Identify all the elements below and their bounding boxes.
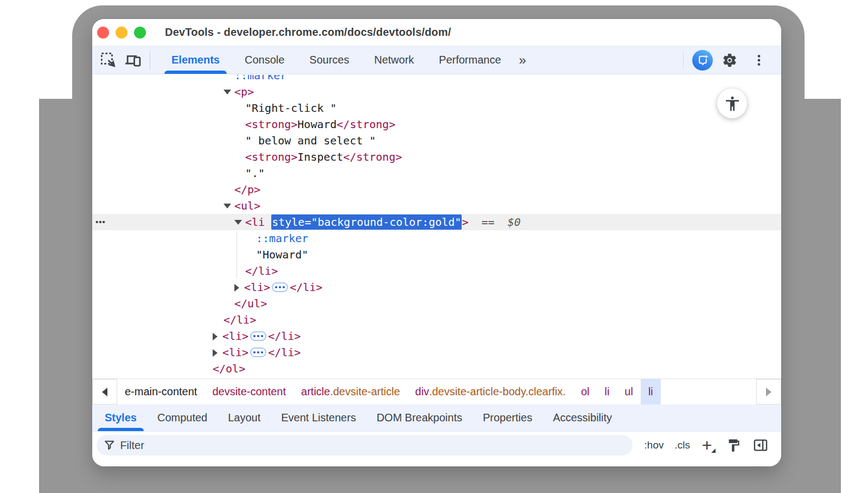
toolbar-right-separator bbox=[683, 52, 684, 68]
devtools-window: DevTools - developer.chrome.com/docs/dev… bbox=[92, 19, 781, 466]
new-style-rule-button[interactable]: + bbox=[698, 436, 716, 454]
window-title: DevTools - developer.chrome.com/docs/dev… bbox=[165, 26, 451, 39]
dom-tree-row[interactable]: " below and select " bbox=[92, 132, 781, 149]
element-classes-button[interactable]: .cls bbox=[672, 439, 694, 451]
breadcrumb-part: ol bbox=[581, 385, 590, 398]
breadcrumb-item[interactable]: li bbox=[597, 379, 617, 404]
devtools-toolbar: ElementsConsoleSourcesNetworkPerformance… bbox=[92, 46, 781, 74]
sidebar-tab-layout[interactable]: Layout bbox=[218, 404, 271, 431]
breadcrumb-item[interactable]: e-main-content bbox=[117, 379, 205, 404]
sidebar-tab-label: Computed bbox=[157, 412, 207, 424]
sidebar-tab-accessibility[interactable]: Accessibility bbox=[542, 404, 622, 431]
dom-tree-row[interactable]: </li> bbox=[92, 263, 781, 279]
dom-tree-row[interactable]: <p> bbox=[92, 84, 781, 100]
panel-tab-console[interactable]: Console bbox=[232, 46, 297, 74]
breadcrumb-item[interactable]: ul bbox=[617, 379, 641, 404]
plain-token: "." bbox=[245, 167, 265, 180]
row-content: </ul> bbox=[92, 295, 267, 312]
dom-tree-row[interactable]: <strong>Inspect</strong> bbox=[92, 149, 781, 165]
panel-tab-label: Sources bbox=[309, 54, 349, 66]
dom-tree-row[interactable]: "Howard" bbox=[92, 246, 781, 263]
rendering-emulation-button[interactable] bbox=[724, 435, 743, 455]
row-content: </li> bbox=[92, 312, 256, 328]
minimize-window-button[interactable] bbox=[116, 27, 127, 39]
expand-arrow-closed-icon[interactable] bbox=[213, 333, 218, 340]
dom-tree-row[interactable]: "Right-click " bbox=[92, 100, 781, 116]
accessibility-widget-button[interactable] bbox=[717, 89, 747, 118]
dom-tree-row[interactable]: <ul> bbox=[92, 198, 781, 214]
dom-tree-row[interactable]: </ol> bbox=[92, 361, 781, 377]
panel-tab-performance[interactable]: Performance bbox=[426, 46, 514, 74]
toggle-device-toolbar-button[interactable] bbox=[124, 51, 142, 69]
plus-dropdown-caret-icon bbox=[711, 448, 716, 453]
sidebar-tab-event-listeners[interactable]: Event Listeners bbox=[271, 404, 366, 431]
dom-tree-row[interactable]: </li> bbox=[92, 312, 781, 328]
dom-tree-row[interactable]: <li></li> bbox=[92, 344, 781, 361]
row-hover-dots-icon[interactable]: ••• bbox=[95, 214, 106, 230]
collapsed-content-ellipsis-button[interactable] bbox=[272, 282, 288, 292]
sidebar-pane-tabs: StylesComputedLayoutEvent ListenersDOM B… bbox=[92, 404, 781, 432]
more-tabs-button[interactable]: » bbox=[519, 53, 525, 68]
selected-tab-underline bbox=[164, 71, 227, 74]
panel-tab-elements[interactable]: Elements bbox=[159, 46, 232, 74]
style-filter-field[interactable] bbox=[97, 435, 633, 456]
maximize-window-button[interactable] bbox=[134, 27, 146, 39]
breadcrumb-part: li bbox=[648, 385, 653, 398]
tag-token: <p> bbox=[234, 85, 254, 98]
inspect-element-button[interactable] bbox=[99, 51, 117, 69]
breadcrumb-item[interactable]: div.devsite-article-body.clearfix. bbox=[407, 379, 573, 404]
settings-button[interactable] bbox=[719, 50, 740, 71]
sidebar-tab-styles[interactable]: Styles bbox=[94, 404, 147, 431]
breadcrumb-scroll-left-button[interactable] bbox=[92, 379, 117, 404]
sidebar-tab-properties[interactable]: Properties bbox=[473, 404, 542, 431]
breadcrumb-item[interactable]: article.devsite-article bbox=[293, 379, 407, 404]
close-window-button[interactable] bbox=[97, 27, 109, 39]
dom-tree-row[interactable]: ::marker bbox=[92, 75, 781, 84]
page-canvas: DevTools - developer.chrome.com/docs/dev… bbox=[0, 0, 868, 493]
plain-token: Inspect bbox=[297, 150, 343, 163]
toggle-sidebar-button[interactable] bbox=[751, 435, 770, 455]
dom-tree-row[interactable]: "." bbox=[92, 165, 781, 181]
breadcrumb-scroll-right-button[interactable] bbox=[756, 379, 781, 404]
toolbar-separator bbox=[150, 52, 150, 69]
breadcrumb-item-selected[interactable]: li bbox=[641, 379, 661, 404]
tag-token: > bbox=[462, 216, 468, 229]
sidebar-tab-dom-breakpoints[interactable]: DOM Breakpoints bbox=[366, 404, 473, 431]
dom-tree-row[interactable]: <strong>Howard</strong> bbox=[92, 116, 781, 132]
row-content: </ol> bbox=[92, 361, 245, 377]
collapsed-content-ellipsis-button[interactable] bbox=[250, 347, 266, 357]
plus-icon: + bbox=[702, 435, 712, 456]
breadcrumb-item[interactable]: devsite-content bbox=[205, 379, 293, 404]
sidebar-tab-computed[interactable]: Computed bbox=[147, 404, 218, 431]
dollar-token: $0 bbox=[508, 216, 521, 229]
sidebar-tab-label: Event Listeners bbox=[281, 412, 356, 424]
more-options-button[interactable] bbox=[749, 50, 769, 71]
filter-input[interactable] bbox=[120, 439, 624, 452]
dom-tree-row[interactable]: <li></li> bbox=[92, 279, 781, 295]
expand-arrow-closed-icon[interactable] bbox=[234, 284, 239, 292]
ai-assistant-button[interactable] bbox=[692, 50, 713, 71]
dom-tree-row[interactable]: </ul> bbox=[92, 295, 781, 312]
panel-tab-sources[interactable]: Sources bbox=[297, 46, 361, 74]
breadcrumb-item[interactable]: ol bbox=[573, 379, 597, 404]
dom-tree-row[interactable]: <li></li> bbox=[92, 328, 781, 344]
panel-tab-network[interactable]: Network bbox=[362, 46, 426, 74]
device-toolbar-icon bbox=[125, 52, 142, 68]
expand-arrow-open-icon[interactable] bbox=[224, 90, 231, 94]
expand-arrow-open-icon[interactable] bbox=[224, 204, 231, 208]
dom-tree-row-selected[interactable]: •••<li style="background-color:gold"> ==… bbox=[92, 214, 781, 230]
collapsed-content-ellipsis-button[interactable] bbox=[250, 331, 266, 341]
chevron-right-icon bbox=[766, 388, 771, 396]
expand-arrow-closed-icon[interactable] bbox=[213, 349, 218, 357]
elements-dom-tree: ::marker<p>"Right-click "<strong>Howard<… bbox=[92, 75, 781, 378]
tag-token: <li> bbox=[222, 330, 248, 343]
dom-tree-row[interactable]: ::marker bbox=[92, 230, 781, 246]
plain-token: " below and select " bbox=[245, 134, 376, 147]
selected-attribute-token: style="background-color:gold" bbox=[271, 214, 462, 230]
dom-tree-row[interactable]: </p> bbox=[92, 181, 781, 198]
toggle-element-state-button[interactable]: :hov bbox=[641, 439, 667, 451]
breadcrumb-part: e-main-content bbox=[125, 385, 197, 398]
expand-arrow-open-icon[interactable] bbox=[234, 220, 242, 225]
selected-tab-underline bbox=[98, 428, 144, 431]
row-content: "Right-click " bbox=[92, 100, 337, 116]
